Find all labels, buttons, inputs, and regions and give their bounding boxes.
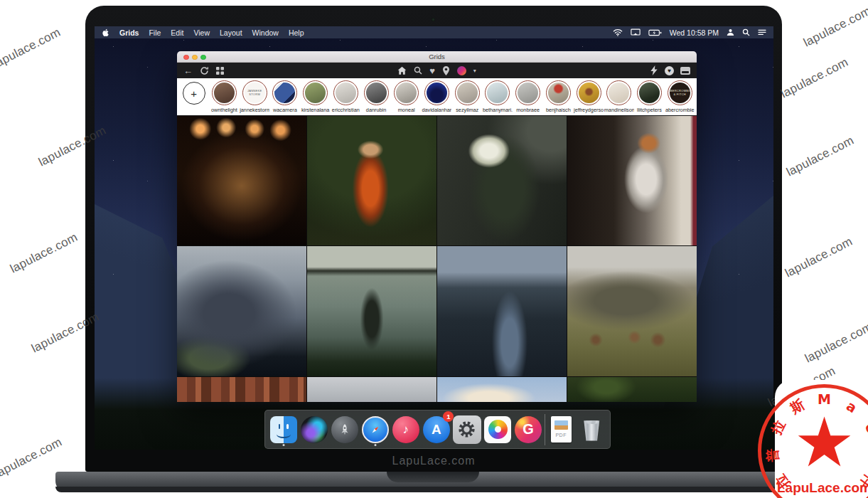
window-title: Grids: [177, 53, 697, 60]
inbox-icon[interactable]: [680, 67, 690, 75]
photo-forest-trees[interactable]: [567, 377, 697, 402]
story-avatar: [548, 83, 569, 103]
dropdown-caret-icon[interactable]: ▾: [473, 68, 476, 74]
stamp-star-icon: ★: [793, 408, 854, 477]
macbook-notch: [387, 472, 479, 482]
story-avatar: [609, 83, 629, 103]
menu-item-window[interactable]: Window: [252, 28, 279, 37]
story-ring: [424, 80, 449, 105]
profile-avatar[interactable]: [457, 66, 466, 75]
story-sezyilmaz[interactable]: sezyilmaz: [452, 80, 482, 113]
photo-storm-clouds-fjord[interactable]: [177, 246, 306, 376]
menu-item-edit[interactable]: Edit: [171, 28, 183, 37]
story-kirstenalana[interactable]: kirstenalana: [301, 80, 331, 113]
story-username: kirstenalana: [301, 107, 331, 113]
location-icon[interactable]: [442, 65, 450, 76]
flash-icon[interactable]: [650, 65, 658, 76]
grid-view-icon[interactable]: [216, 65, 224, 76]
dock-itunes[interactable]: ♪: [391, 413, 420, 446]
story-davidalanhar[interactable]: davidalanhar...: [422, 80, 451, 113]
wifi-icon[interactable]: [613, 28, 623, 36]
battery-icon[interactable]: [648, 29, 662, 36]
story-username: ownthelight: [209, 107, 239, 113]
page: lapulace.com lapulace.com lapulace.com l…: [0, 0, 868, 498]
story-jeffreydgerson[interactable]: jeffreydgerson: [574, 80, 604, 113]
story-benjhaisch[interactable]: benjhaisch: [543, 80, 573, 113]
dock-finder[interactable]: [269, 413, 298, 446]
story-abercrombie[interactable]: Abercrombie & Fitchabercrombie: [665, 80, 695, 113]
refresh-icon[interactable]: [200, 65, 209, 76]
story-ring: [606, 80, 631, 105]
story-username: danrubin: [361, 107, 391, 113]
user-icon[interactable]: [727, 28, 734, 36]
photo-woman-standing-in-lake[interactable]: [307, 246, 436, 376]
watermark: lapulace.com: [803, 320, 868, 366]
watermark: lapulace.com: [801, 4, 868, 51]
story-avatar-text: Abercrombie & Fitch: [670, 90, 690, 97]
likes-icon[interactable]: ♥: [429, 65, 435, 76]
photo-gray-mist-clouds[interactable]: [307, 377, 436, 402]
dock-pdf-document[interactable]: PDF: [547, 413, 576, 446]
dock-trash[interactable]: [577, 413, 606, 446]
home-icon[interactable]: [397, 65, 407, 76]
dock-separator: [545, 414, 545, 445]
photo-woman-orange-dress-forest[interactable]: [307, 116, 436, 245]
notification-list-icon[interactable]: [758, 29, 766, 36]
photo-rust-red-bark-texture[interactable]: [177, 377, 306, 402]
menu-item-view[interactable]: View: [193, 28, 210, 37]
story-ownthelight[interactable]: ownthelight: [209, 80, 239, 113]
menu-item-app[interactable]: Grids: [119, 28, 139, 37]
dock-safari[interactable]: [360, 413, 390, 446]
photo-river-through-forest-hills[interactable]: [437, 246, 567, 376]
story-ring: Abercrombie & Fitch: [668, 80, 692, 105]
story-avatar: [639, 83, 660, 103]
story-moneal[interactable]: moneal: [392, 80, 422, 113]
story-username: benjhaisch: [543, 107, 573, 113]
menu-item-file[interactable]: File: [149, 28, 161, 37]
story-danrubin[interactable]: danrubin: [361, 80, 391, 113]
story-avatar: [336, 83, 356, 103]
dock-system-preferences[interactable]: [452, 413, 481, 446]
display-icon[interactable]: [631, 28, 641, 36]
dock-app-store[interactable]: A1: [422, 413, 451, 446]
photo-deer-in-field[interactable]: [567, 246, 697, 376]
search-icon[interactable]: [742, 28, 750, 36]
story-jannekestorm[interactable]: JANNEKE STORMjannekestorm: [240, 80, 269, 113]
story-llitchpeters[interactable]: llitchpeters: [635, 80, 665, 113]
story-username: abercrombie: [665, 107, 695, 113]
dock-siri[interactable]: [299, 413, 328, 446]
dock-photos[interactable]: [483, 413, 513, 446]
story-monbraee[interactable]: monbraee: [513, 80, 543, 113]
activity-heart-icon[interactable]: ♥: [665, 66, 674, 75]
story-username: ericchristian: [331, 107, 360, 113]
story-avatar: [274, 83, 295, 103]
add-story-button[interactable]: +: [179, 80, 209, 105]
story-avatar: [396, 83, 417, 103]
photo-sky-golden-clouds[interactable]: [437, 377, 567, 402]
story-ring: [394, 80, 419, 105]
photo-concert-stage-lights[interactable]: [177, 116, 306, 245]
dock-grids-app[interactable]: G: [514, 413, 543, 446]
watermark: lapulace.com: [784, 134, 857, 180]
title-bar[interactable]: Grids: [177, 51, 697, 63]
menu-item-help[interactable]: Help: [289, 28, 304, 37]
photo-woman-sitting-by-window[interactable]: [567, 116, 697, 245]
photo-white-rose-still-life[interactable]: [437, 116, 567, 245]
menu-clock[interactable]: Wed 10:58 PM: [670, 28, 719, 37]
webcam: [432, 18, 435, 21]
story-ericchristian[interactable]: ericchristian: [331, 80, 360, 113]
menu-item-layout[interactable]: Layout: [220, 28, 242, 37]
apple-menu-icon[interactable]: [102, 28, 109, 37]
dock-launchpad[interactable]: [330, 413, 359, 446]
story-ring: [364, 80, 389, 105]
story-mandineilson_[interactable]: mandineilson_: [604, 80, 634, 113]
story-wacamera[interactable]: wacamera: [270, 80, 300, 113]
story-username: bethanymari...: [483, 107, 513, 113]
story-bethanymari[interactable]: bethanymari...: [483, 80, 513, 113]
story-avatar: [427, 83, 447, 103]
story-avatar-text: JANNEKE STORM: [245, 90, 265, 97]
story-username: llitchpeters: [635, 107, 665, 113]
story-avatar: Abercrombie & Fitch: [670, 83, 690, 103]
search-icon[interactable]: [414, 65, 422, 76]
back-icon[interactable]: ←: [183, 65, 193, 76]
